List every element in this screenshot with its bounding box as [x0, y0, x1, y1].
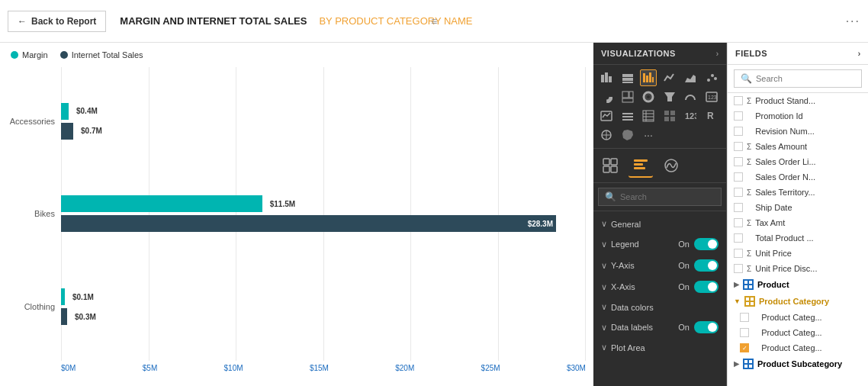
viz-icon-gauge[interactable]	[682, 88, 699, 105]
viz-icon-donut[interactable]	[640, 88, 657, 105]
viz-icon-kpi[interactable]	[598, 108, 615, 124]
viz-section-datacolors[interactable]: ∨ Data colors	[593, 298, 726, 317]
field-item-salesterritory[interactable]: Σ Sales Territory...	[728, 185, 868, 200]
bar-row-bikes-sales: $28.3M	[61, 215, 586, 232]
bar-label-cloth-margin: $0.1M	[72, 293, 94, 301]
viz-fields-icon[interactable]	[598, 153, 622, 178]
field-check-salesorderli[interactable]	[734, 157, 743, 166]
field-item-productcateg3[interactable]: ✓ Σ Product Categ...	[728, 340, 868, 355]
field-item-shipdate[interactable]: Σ Ship Date	[728, 200, 868, 215]
dots-menu-icon[interactable]: ···	[846, 14, 860, 28]
viz-icon-map[interactable]	[598, 127, 615, 143]
svg-rect-53	[751, 298, 754, 301]
viz-expand-icon[interactable]: ›	[716, 50, 719, 58]
viz-analytics-icon[interactable]	[659, 153, 683, 178]
field-check-salesordern[interactable]	[734, 172, 743, 182]
viz-section-plotarea[interactable]: ∨ Plot Area	[593, 338, 726, 357]
viz-icon-table[interactable]	[640, 108, 657, 124]
chart-title: MARGIN AND INTERNET TOTAL SALES	[120, 15, 307, 27]
viz-legend-toggle[interactable]: On	[678, 238, 719, 250]
viz-icon-filled-map[interactable]	[619, 127, 636, 143]
field-cat-expand-productcat: ▼	[734, 298, 741, 305]
field-category-product[interactable]: ▶ Product	[728, 276, 868, 293]
viz-option-datalabels[interactable]: ∨ Data labels On	[593, 317, 726, 338]
viz-yaxis-switch[interactable]	[694, 259, 719, 272]
viz-datalabels-switch[interactable]	[694, 321, 719, 333]
field-item-productcateg2[interactable]: Σ Product Categ...	[728, 325, 868, 340]
viz-icon-column[interactable]	[619, 69, 636, 86]
field-item-salesamount[interactable]: Σ Sales Amount	[728, 139, 868, 154]
viz-xaxis-switch[interactable]	[694, 281, 719, 293]
field-check-revision[interactable]	[734, 127, 743, 136]
field-item-taxamt[interactable]: Σ Tax Amt	[728, 215, 868, 230]
viz-icon-matrix[interactable]	[661, 108, 678, 124]
viz-yaxis-on-text: On	[678, 261, 690, 270]
viz-icon-bar[interactable]	[598, 69, 615, 86]
bar-cloth-sales	[61, 308, 67, 325]
viz-legend-switch[interactable]	[694, 238, 719, 250]
field-sigma-salesorderli: Σ	[747, 158, 751, 166]
viz-yaxis-toggle[interactable]: On	[678, 259, 719, 272]
field-item-productcateg1[interactable]: Σ Product Categ...	[728, 310, 868, 325]
field-item-promotionid[interactable]: Σ Promotion Id	[728, 108, 868, 124]
field-check-productcateg2[interactable]	[740, 328, 749, 337]
viz-search-input[interactable]	[620, 192, 715, 201]
field-check-salesterritory[interactable]	[734, 188, 743, 197]
field-check-shipdate[interactable]	[734, 203, 743, 212]
field-sigma-unitpricedisc: Σ	[747, 265, 751, 273]
viz-format-icon[interactable]	[628, 153, 653, 178]
viz-icon-scatter[interactable]	[703, 69, 720, 86]
field-check-taxamt[interactable]	[734, 218, 743, 227]
field-name-salesterritory: Sales Territory...	[755, 188, 862, 197]
field-category-productcat[interactable]: ▼ Product Category	[728, 293, 868, 310]
field-check-unitpricedisc[interactable]	[734, 264, 743, 273]
viz-icon-more[interactable]: ···	[640, 127, 657, 143]
field-name-productstand: Product Stand...	[755, 96, 862, 105]
category-bikes: $11.5M $28.3M	[61, 195, 586, 232]
field-item-unitpricedisc[interactable]: Σ Unit Price Disc...	[728, 261, 868, 276]
field-check-productcateg3[interactable]: ✓	[740, 343, 749, 352]
viz-icon-slicer[interactable]	[619, 108, 636, 124]
field-cat-name-productcat: Product Category	[759, 297, 862, 306]
fields-search-box[interactable]: 🔍	[734, 69, 862, 88]
viz-icon-funnel[interactable]	[661, 88, 678, 105]
viz-icon-r[interactable]: R	[703, 108, 720, 124]
field-item-salesorderli[interactable]: Σ Sales Order Li...	[728, 154, 868, 169]
field-check-totalproduct[interactable]	[734, 233, 743, 243]
viz-xaxis-toggle[interactable]: On	[678, 281, 719, 293]
field-check-salesamount[interactable]	[734, 142, 743, 151]
bar-label-acc-margin: $0.4M	[76, 107, 98, 115]
field-check-productcateg1[interactable]	[740, 313, 749, 322]
field-item-totalproduct[interactable]: Σ Total Product ...	[728, 230, 868, 246]
field-check-productstand[interactable]	[734, 96, 743, 105]
field-check-unitprice[interactable]	[734, 249, 743, 258]
viz-icon-treemap[interactable]	[619, 88, 636, 105]
viz-icon-number[interactable]: 123	[682, 108, 699, 124]
viz-icon-pie[interactable]	[598, 88, 615, 105]
field-item-unitprice[interactable]: Σ Unit Price	[728, 246, 868, 261]
viz-icon-line[interactable]	[661, 69, 678, 86]
svg-point-10	[707, 79, 710, 82]
back-button[interactable]: ← Back to Report	[8, 11, 106, 32]
viz-icon-card[interactable]: 123	[703, 88, 720, 105]
svg-point-12	[714, 77, 717, 80]
field-item-productstand[interactable]: Σ Product Stand...	[728, 93, 868, 108]
viz-option-yaxis[interactable]: ∨ Y-Axis On	[593, 255, 726, 276]
field-cat-icon-productcat	[744, 296, 755, 307]
viz-section-general[interactable]: ∨ General	[593, 214, 726, 233]
viz-search-box[interactable]: 🔍	[598, 188, 722, 206]
field-item-revision[interactable]: Σ Revision Num...	[728, 124, 868, 139]
field-category-productsubcat[interactable]: ▶ Product Subcategory	[728, 355, 868, 372]
viz-datalabels-toggle[interactable]: On	[678, 321, 719, 333]
field-item-salesordern[interactable]: Σ Sales Order N...	[728, 169, 868, 185]
viz-option-xaxis[interactable]: ∨ X-Axis On	[593, 276, 726, 298]
fields-expand-icon[interactable]: ›	[858, 50, 860, 58]
viz-icon-grouped-bar[interactable]	[640, 69, 657, 86]
svg-point-11	[711, 74, 714, 77]
field-check-promotionid[interactable]	[734, 111, 743, 121]
field-name-revision: Revision Num...	[755, 127, 862, 136]
bar-bikes-sales: $28.3M	[61, 215, 556, 232]
viz-option-legend[interactable]: ∨ Legend On	[593, 233, 726, 255]
viz-icon-area[interactable]	[682, 69, 699, 86]
fields-search-input[interactable]	[756, 74, 855, 83]
